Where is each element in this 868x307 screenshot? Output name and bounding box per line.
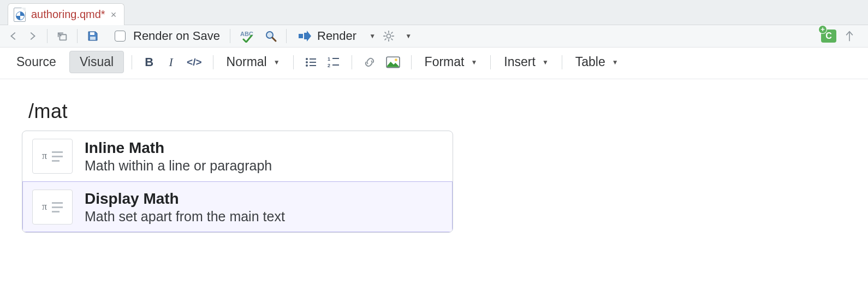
render-on-save-label: Render on Save — [133, 29, 220, 43]
spellcheck-button[interactable]: ABC — [237, 28, 260, 44]
file-tab[interactable]: authoring.qmd* × — [8, 3, 124, 25]
settings-dropdown[interactable]: ▼ — [399, 28, 414, 44]
save-button[interactable] — [84, 28, 102, 44]
separator — [132, 55, 132, 69]
format-menu[interactable]: Format ▼ — [419, 52, 483, 72]
close-tab-icon[interactable]: × — [111, 10, 117, 20]
svg-point-11 — [306, 64, 308, 67]
nav-back-button[interactable] — [5, 28, 22, 44]
style-dropdown-label: Normal — [227, 55, 267, 69]
tabstrip: authoring.qmd* × — [0, 0, 868, 25]
toolbar-editor: Source Visual B I </> Normal ▼ 1 2 — [0, 48, 868, 79]
math-icon: π — [32, 190, 73, 225]
code-button[interactable]: </> — [183, 53, 205, 72]
file-tab-name: authoring.qmd* — [31, 8, 105, 21]
popup-item-display-math[interactable]: πDisplay MathMath set apart from the mai… — [22, 181, 453, 232]
separator — [562, 55, 562, 69]
popout-window-button[interactable] — [54, 28, 70, 44]
slash-command-input[interactable]: /mat — [28, 100, 846, 123]
render-button[interactable]: Render — [293, 28, 361, 44]
toolbar-primary: Render on Save ABC Render ▼ ▼ — [0, 25, 868, 48]
bold-button[interactable]: B — [140, 53, 158, 72]
bullet-list-button[interactable] — [301, 53, 321, 72]
publish-button[interactable] — [842, 28, 857, 44]
table-menu-label: Table — [575, 55, 605, 69]
svg-rect-24 — [52, 202, 63, 204]
svg-text:π: π — [42, 201, 47, 212]
separator — [293, 55, 294, 69]
math-icon: π — [32, 139, 73, 174]
svg-rect-2 — [90, 37, 96, 40]
svg-text:2: 2 — [328, 63, 330, 68]
svg-rect-12 — [310, 65, 316, 66]
separator — [490, 55, 491, 69]
svg-rect-1 — [90, 32, 94, 35]
svg-text:π: π — [42, 150, 47, 161]
popup-item-inline-math[interactable]: πInline MathMath within a line or paragr… — [22, 131, 453, 181]
separator — [47, 29, 47, 43]
svg-rect-22 — [52, 160, 60, 162]
svg-rect-25 — [52, 206, 63, 208]
svg-rect-26 — [52, 211, 60, 212]
separator — [352, 55, 352, 69]
svg-rect-20 — [52, 151, 63, 153]
visual-mode-button[interactable]: Visual — [69, 51, 124, 73]
insert-menu[interactable]: Insert ▼ — [498, 52, 554, 72]
source-mode-button[interactable]: Source — [7, 51, 66, 73]
toolbar-right: C — [821, 28, 863, 44]
svg-rect-16 — [332, 64, 339, 66]
popup-item-desc: Math within a line or paragraph — [85, 158, 272, 174]
render-on-save-toggle[interactable]: Render on Save — [111, 28, 223, 44]
separator — [230, 29, 230, 43]
image-button[interactable] — [383, 53, 403, 72]
format-menu-label: Format — [425, 55, 465, 69]
italic-button[interactable]: I — [162, 53, 180, 72]
svg-rect-21 — [52, 156, 63, 157]
chevron-down-icon: ▼ — [612, 58, 619, 66]
settings-button[interactable] — [381, 28, 397, 44]
render-button-label: Render — [317, 29, 356, 43]
quarto-file-icon — [14, 8, 26, 22]
render-options-dropdown[interactable]: ▼ — [363, 28, 378, 44]
svg-rect-8 — [310, 58, 316, 60]
slash-command-popup: πInline MathMath within a line or paragr… — [22, 131, 453, 233]
insert-menu-label: Insert — [504, 55, 536, 69]
popup-item-desc: Math set apart from the main text — [85, 209, 285, 225]
svg-point-6 — [387, 34, 390, 38]
separator — [77, 29, 78, 43]
svg-rect-5 — [299, 34, 303, 38]
numbered-list-button[interactable]: 1 2 — [324, 53, 344, 72]
popup-item-title: Display Math — [85, 190, 285, 208]
svg-rect-10 — [310, 62, 316, 63]
link-button[interactable] — [360, 53, 379, 72]
table-menu[interactable]: Table ▼ — [570, 52, 624, 72]
add-chunk-button[interactable]: C — [821, 29, 836, 43]
chevron-down-icon: ▼ — [542, 58, 549, 66]
popup-item-title: Inline Math — [85, 139, 272, 157]
style-dropdown[interactable]: Normal ▼ — [221, 52, 286, 72]
chevron-down-icon: ▼ — [471, 58, 477, 66]
find-button[interactable] — [262, 28, 280, 44]
render-on-save-checkbox[interactable] — [115, 31, 126, 42]
separator — [286, 29, 287, 43]
editor-area[interactable]: /mat πInline MathMath within a line or p… — [0, 79, 868, 244]
separator — [411, 55, 412, 69]
svg-point-9 — [306, 61, 308, 63]
svg-point-18 — [395, 58, 397, 61]
separator — [213, 55, 213, 69]
nav-forward-button[interactable] — [24, 28, 40, 44]
chevron-down-icon: ▼ — [274, 58, 280, 66]
svg-point-7 — [306, 58, 308, 60]
svg-text:1: 1 — [328, 56, 330, 62]
svg-rect-14 — [332, 58, 339, 59]
